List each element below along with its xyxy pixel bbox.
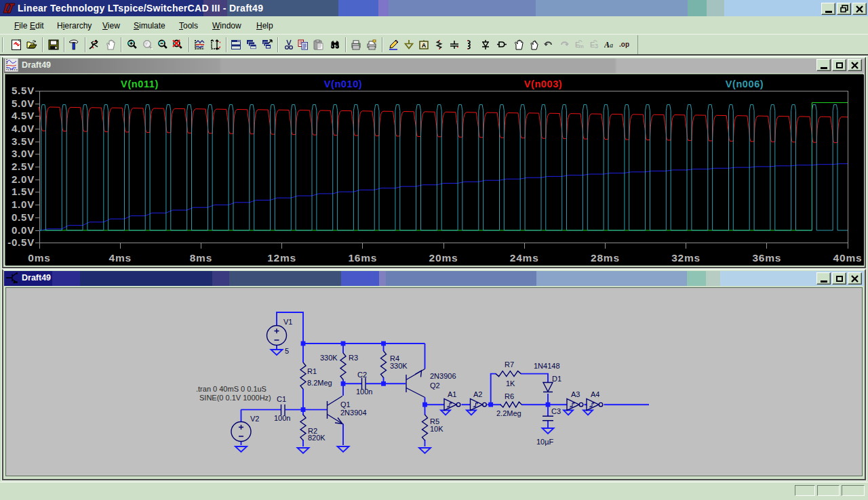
svg-text:5.5V: 5.5V (12, 85, 35, 96)
svg-text:C3: C3 (551, 407, 561, 415)
svg-text:3: 3 (595, 43, 598, 49)
svg-text:40ms: 40ms (833, 252, 863, 264)
svg-text:32ms: 32ms (671, 252, 701, 264)
svg-text:100n: 100n (356, 388, 372, 396)
svg-text:A: A (604, 40, 610, 49)
svg-text:1.0V: 1.0V (12, 199, 35, 210)
svg-text:1.5V: 1.5V (12, 186, 35, 197)
svg-text:V(n006): V(n006) (726, 79, 764, 89)
svg-text:2N3906: 2N3906 (430, 372, 456, 380)
svg-text:1K: 1K (506, 379, 515, 388)
svg-text:R3: R3 (349, 354, 358, 362)
svg-text:36ms: 36ms (752, 252, 781, 264)
svg-text:.tran 0 40mS 0 0.1uS: .tran 0 40mS 0 0.1uS (196, 385, 267, 393)
svg-text:1N4148: 1N4148 (534, 362, 560, 370)
svg-text:m: m (579, 43, 584, 49)
svg-text:R7: R7 (505, 360, 514, 369)
svg-text:28ms: 28ms (591, 252, 620, 264)
svg-text:Q2: Q2 (430, 381, 440, 390)
svg-text:20ms: 20ms (429, 252, 458, 264)
svg-text:5: 5 (285, 347, 289, 355)
svg-text:V2: V2 (250, 415, 259, 423)
svg-text:10K: 10K (430, 425, 443, 433)
svg-text:R6: R6 (505, 392, 514, 400)
svg-text:3.5V: 3.5V (12, 136, 35, 147)
svg-text:a: a (610, 41, 613, 49)
svg-text:V1: V1 (283, 318, 292, 326)
svg-text:A1: A1 (448, 390, 456, 398)
svg-text:0ms: 0ms (28, 252, 50, 264)
svg-text:.op: .op (619, 41, 629, 48)
svg-text:820K: 820K (308, 434, 326, 442)
svg-text:100n: 100n (274, 414, 290, 422)
svg-text:2N3904: 2N3904 (340, 409, 367, 417)
svg-text:2.2Meg: 2.2Meg (496, 409, 521, 417)
svg-text:SINE(0 0.1V 1000Hz): SINE(0 0.1V 1000Hz) (199, 394, 271, 402)
svg-text:A: A (422, 42, 427, 49)
svg-text:V(n003): V(n003) (524, 79, 563, 89)
svg-text:12ms: 12ms (267, 252, 296, 264)
svg-text:330K: 330K (390, 362, 408, 370)
svg-text:V(n010): V(n010) (324, 79, 363, 89)
svg-text:8.2Meg: 8.2Meg (307, 379, 332, 387)
svg-text:16ms: 16ms (348, 252, 377, 264)
svg-text:2.0V: 2.0V (12, 173, 35, 185)
svg-text:5.0V: 5.0V (12, 98, 35, 109)
svg-text:A2: A2 (473, 390, 482, 398)
svg-text:D1: D1 (552, 375, 561, 383)
svg-text:C2: C2 (357, 371, 367, 379)
svg-text:4.5V: 4.5V (12, 110, 35, 121)
svg-text:8ms: 8ms (190, 252, 212, 264)
svg-text:0.5V: 0.5V (12, 211, 35, 223)
svg-text:C1: C1 (277, 395, 286, 403)
svg-text:V(n011): V(n011) (121, 79, 159, 89)
svg-text:4.0V: 4.0V (12, 123, 35, 134)
svg-text:A3: A3 (571, 390, 580, 398)
svg-text:2.5V: 2.5V (12, 161, 35, 172)
svg-text:330K: 330K (320, 354, 338, 362)
svg-text:4ms: 4ms (108, 252, 131, 264)
svg-text:24ms: 24ms (510, 252, 539, 264)
svg-text:R1: R1 (307, 367, 317, 375)
svg-text:0.0V: 0.0V (12, 224, 35, 236)
svg-text:3.0V: 3.0V (12, 148, 35, 159)
svg-text:10µF: 10µF (536, 438, 554, 446)
svg-text:A4: A4 (591, 390, 599, 398)
svg-text:-0.5V: -0.5V (7, 236, 35, 248)
svg-text:Q1: Q1 (340, 400, 351, 409)
